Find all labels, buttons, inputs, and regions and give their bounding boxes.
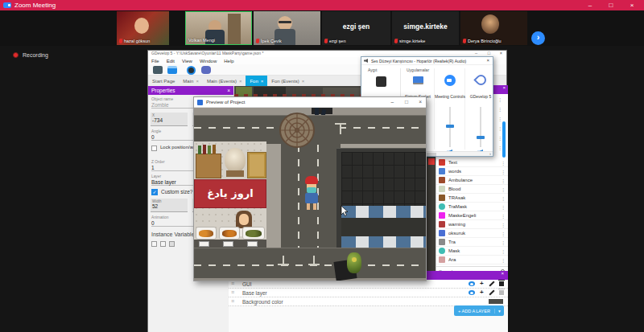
row-menu-icon[interactable]: ⋮ bbox=[497, 106, 502, 112]
row-menu-icon[interactable]: ⋮ bbox=[501, 240, 506, 245]
row-menu-icon[interactable]: ⋮ bbox=[501, 186, 506, 192]
participant-tile[interactable]: simge.kirteke simge.kirteke bbox=[392, 11, 459, 45]
participant-tile[interactable]: Derya Birincioğlu bbox=[460, 11, 527, 45]
row-menu-icon[interactable]: ⋮ bbox=[497, 96, 502, 102]
layer-move-icon[interactable]: + bbox=[480, 289, 484, 296]
drag-handle-icon[interactable]: ≡ bbox=[231, 281, 234, 286]
row-menu-icon[interactable]: ⋮ bbox=[501, 231, 506, 236]
object-item[interactable]: Ara⋮ bbox=[436, 256, 508, 264]
volume-slider-track[interactable] bbox=[480, 107, 481, 147]
layer-move-icon[interactable]: + bbox=[480, 280, 484, 287]
minimize-button[interactable]: – bbox=[581, 1, 599, 10]
width-field[interactable]: Width 52 bbox=[151, 199, 188, 212]
speaker-device-icon[interactable] bbox=[376, 76, 386, 87]
close-button[interactable]: × bbox=[623, 1, 641, 10]
close-panel-icon[interactable]: × bbox=[501, 271, 504, 276]
preview-play-icon[interactable] bbox=[187, 66, 196, 75]
add-layer-caret-icon[interactable]: ▾ bbox=[494, 309, 504, 314]
row-menu-icon[interactable]: ⋮ bbox=[501, 248, 506, 254]
preview-close-button[interactable]: × bbox=[419, 99, 422, 105]
objects-scrollbar[interactable] bbox=[502, 121, 506, 158]
gd-maximize-button[interactable]: □ bbox=[488, 51, 490, 55]
object-item[interactable]: TRAsak⋮ bbox=[436, 194, 508, 203]
object-item[interactable]: warning⋮ bbox=[436, 220, 508, 229]
game-preview-canvas[interactable]: اروز يادغ bbox=[194, 108, 426, 281]
tab-close-icon[interactable]: × bbox=[302, 79, 305, 84]
drag-handle-icon[interactable]: ≡ bbox=[231, 298, 234, 304]
volume-slider-thumb[interactable] bbox=[446, 125, 454, 128]
drag-handle-icon[interactable]: ≡ bbox=[231, 289, 234, 295]
layer-visibility-icon[interactable] bbox=[469, 281, 475, 286]
menu-help[interactable]: Help bbox=[224, 59, 233, 64]
gd-minimize-button[interactable]: – bbox=[475, 51, 477, 55]
next-participants-button[interactable]: › bbox=[531, 31, 545, 45]
participant-tile[interactable]: ezgi şen ezgi şen bbox=[322, 11, 390, 45]
copy-variable-icon[interactable] bbox=[160, 241, 166, 247]
custom-size-checkbox[interactable]: ✓ bbox=[151, 189, 158, 195]
gd-close-button[interactable]: × bbox=[500, 51, 502, 55]
row-menu-icon[interactable]: ⋮ bbox=[501, 160, 506, 166]
menu-view[interactable]: View bbox=[182, 59, 192, 64]
tab-close-icon[interactable]: × bbox=[239, 79, 242, 84]
menu-edit[interactable]: Edit bbox=[167, 59, 175, 64]
cough-object-icon bbox=[439, 230, 445, 236]
object-item[interactable]: Ambulance⋮ bbox=[436, 176, 508, 185]
vendor-face bbox=[239, 214, 249, 225]
lock-position-checkbox[interactable] bbox=[151, 146, 157, 151]
row-menu-icon[interactable]: ⋮ bbox=[501, 169, 506, 174]
background-color-swatch[interactable] bbox=[489, 299, 503, 304]
tab-main-events[interactable]: Main (Events)× bbox=[203, 76, 246, 86]
tab-close-icon[interactable]: × bbox=[196, 79, 199, 84]
tab-fon[interactable]: Fon× bbox=[246, 76, 267, 86]
system-sounds-icon[interactable] bbox=[413, 76, 423, 84]
add-a-layer-button[interactable]: + ADD A LAYER ▾ bbox=[454, 305, 504, 316]
maximize-button[interactable]: □ bbox=[602, 1, 620, 10]
close-panel-icon[interactable]: × bbox=[227, 86, 230, 95]
layer-visibility-icon[interactable] bbox=[469, 290, 475, 295]
menu-window[interactable]: Window bbox=[200, 59, 217, 64]
layer-edit-icon[interactable] bbox=[489, 281, 494, 286]
scroll-right-icon[interactable]: › bbox=[489, 151, 491, 156]
close-panel-icon[interactable]: × bbox=[502, 85, 506, 90]
row-menu-icon[interactable]: ⋮ bbox=[501, 204, 506, 210]
editor-window-icon[interactable] bbox=[167, 66, 177, 74]
object-item[interactable]: oksuruk⋮ bbox=[436, 229, 508, 238]
row-menu-icon[interactable]: ⋮ bbox=[501, 195, 506, 201]
mixer-close-button[interactable]: × bbox=[486, 58, 489, 63]
menu-file[interactable]: File bbox=[151, 59, 159, 64]
object-item[interactable]: Text⋮ bbox=[436, 158, 508, 167]
row-menu-icon[interactable]: ⋮ bbox=[501, 213, 506, 219]
tab-fon-events[interactable]: Fon (Events)× bbox=[267, 76, 308, 86]
row-menu-icon[interactable]: ⋮ bbox=[501, 222, 506, 227]
participant-tile-active-speaker[interactable]: Volkan Mengi bbox=[185, 11, 252, 45]
participant-tile[interactable]: hazal göksun bbox=[117, 11, 169, 45]
object-item[interactable]: words⋮ bbox=[436, 167, 508, 176]
x-field[interactable]: X -734 bbox=[151, 113, 188, 126]
preview-minimize-button[interactable]: – bbox=[390, 99, 394, 105]
row-menu-icon[interactable]: ⋮ bbox=[501, 257, 506, 263]
object-item[interactable]: MaskeEngeli⋮ bbox=[436, 211, 508, 220]
debugger-icon[interactable] bbox=[201, 66, 211, 74]
tab-close-icon[interactable]: × bbox=[261, 79, 264, 84]
meeting-controls-icon[interactable] bbox=[444, 75, 456, 86]
tab-main[interactable]: Main× bbox=[179, 76, 203, 86]
object-item[interactable]: TraMask⋮ bbox=[436, 203, 508, 211]
object-item[interactable]: Blood⋮ bbox=[436, 185, 508, 194]
obstacle-object-icon bbox=[439, 212, 445, 219]
layer-row[interactable]: ≡ Base layer + bbox=[229, 289, 508, 297]
preview-app-icon bbox=[197, 100, 203, 105]
tab-start-page[interactable]: Start Page bbox=[148, 76, 179, 86]
object-item[interactable]: Tra⋮ bbox=[436, 238, 508, 247]
layer-edit-icon[interactable] bbox=[489, 289, 494, 295]
layer-delete-icon[interactable] bbox=[499, 281, 504, 286]
row-menu-icon[interactable]: ⋮ bbox=[501, 178, 506, 183]
participant-tile[interactable]: İpek Çevik bbox=[254, 11, 320, 45]
add-variable-icon[interactable] bbox=[151, 241, 157, 247]
project-manager-icon[interactable] bbox=[153, 66, 163, 74]
volume-slider-thumb[interactable] bbox=[477, 136, 485, 139]
object-item[interactable]: Mask⋮ bbox=[436, 247, 508, 256]
preview-maximize-button[interactable]: □ bbox=[405, 99, 408, 105]
gdevelop-app-icon[interactable] bbox=[473, 72, 488, 87]
delete-variable-icon[interactable] bbox=[169, 241, 175, 247]
row-menu-icon[interactable]: ⋮ bbox=[497, 116, 502, 121]
